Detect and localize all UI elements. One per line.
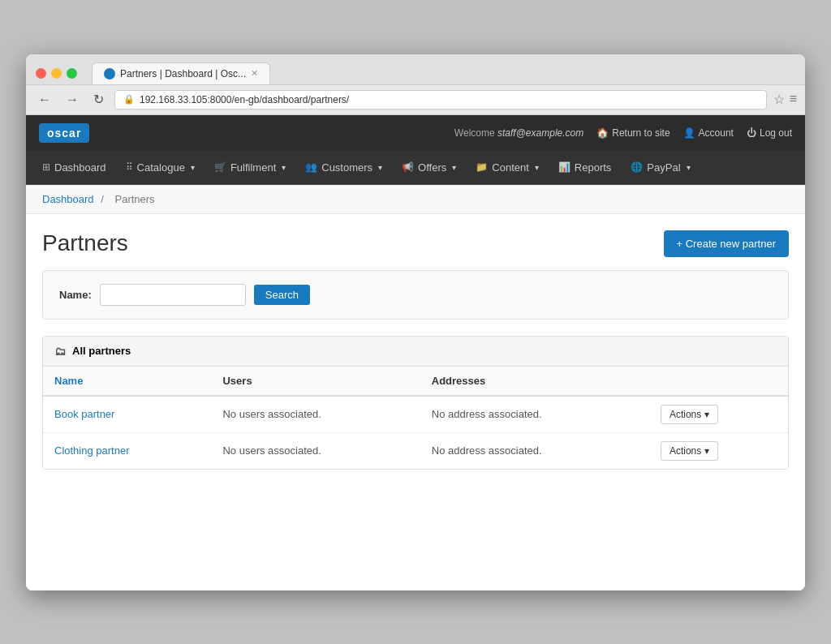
partners-table-panel: 🗂 All partners Name Users Addresses bbox=[42, 336, 789, 470]
search-name-label: Name: bbox=[59, 289, 92, 301]
nav-item-reports[interactable]: 📊 Reports bbox=[549, 150, 622, 184]
partner-actions-cell-1: Actions ▾ bbox=[649, 396, 788, 433]
partner-link-book[interactable]: Book partner bbox=[54, 408, 114, 420]
main-nav: ⊞ Dashboard ⠿ Catalogue ▾ 🛒 Fulfilment ▾… bbox=[26, 151, 805, 185]
forward-button[interactable]: → bbox=[62, 91, 83, 109]
partners-table: Name Users Addresses Book partner No use… bbox=[43, 367, 788, 469]
nav-label-catalogue: Catalogue bbox=[137, 161, 185, 174]
address-bar[interactable]: 🔒 192.168.33.105:8000/en-gb/dashboard/pa… bbox=[114, 90, 767, 109]
address-text: 192.168.33.105:8000/en-gb/dashboard/part… bbox=[140, 94, 349, 105]
table-row: Clothing partner No users associated. No… bbox=[43, 432, 788, 469]
offers-icon: 📢 bbox=[402, 161, 414, 173]
nav-item-customers[interactable]: 👥 Customers ▾ bbox=[295, 150, 392, 184]
nav-item-content[interactable]: 📁 Content ▾ bbox=[466, 150, 549, 184]
actions-button-1[interactable]: Actions ▾ bbox=[661, 405, 718, 424]
minimize-button[interactable] bbox=[51, 68, 62, 79]
browser-toolbar: ← → ↻ 🔒 192.168.33.105:8000/en-gb/dashbo… bbox=[26, 85, 805, 115]
breadcrumb-home-link[interactable]: Dashboard bbox=[42, 193, 94, 205]
return-to-site-link[interactable]: 🏠 Return to site bbox=[596, 127, 670, 139]
partner-users-cell-2: No users associated. bbox=[211, 432, 420, 469]
nav-label-fulfilment: Fulfilment bbox=[230, 161, 276, 174]
nav-label-customers: Customers bbox=[321, 161, 372, 174]
breadcrumb-current: Partners bbox=[114, 193, 154, 205]
offers-caret-icon: ▾ bbox=[452, 163, 456, 172]
maximize-button[interactable] bbox=[67, 68, 77, 79]
toolbar-icons: ☆ ≡ bbox=[773, 92, 797, 107]
fulfilment-icon: 🛒 bbox=[214, 161, 226, 173]
reports-icon: 📊 bbox=[558, 161, 571, 173]
logout-label: Log out bbox=[760, 127, 792, 139]
menu-icon[interactable]: ≡ bbox=[790, 92, 797, 107]
nav-item-offers[interactable]: 📢 Offers ▾ bbox=[392, 150, 466, 184]
tab-favicon bbox=[104, 68, 115, 79]
account-link[interactable]: 👤 Account bbox=[683, 127, 734, 139]
logout-link[interactable]: ⏻ Log out bbox=[747, 127, 792, 139]
logout-icon: ⏻ bbox=[747, 127, 756, 139]
home-icon: 🏠 bbox=[596, 127, 609, 139]
top-bar: oscar Welcome staff@example.com 🏠 Return… bbox=[26, 115, 805, 151]
table-thead: Name Users Addresses bbox=[43, 367, 788, 396]
col-header-users: Users bbox=[211, 367, 420, 396]
actions-caret-icon-2: ▾ bbox=[704, 445, 709, 457]
browser-tab-active[interactable]: Partners | Dashboard | Osc... ✕ bbox=[92, 62, 270, 84]
fulfilment-caret-icon: ▾ bbox=[282, 163, 286, 172]
content-area: Dashboard / Partners Partners + Create n… bbox=[26, 185, 805, 590]
welcome-label: Welcome bbox=[454, 127, 495, 139]
bookmark-icon[interactable]: ☆ bbox=[773, 92, 785, 107]
browser-window: Partners | Dashboard | Osc... ✕ ← → ↻ 🔒 … bbox=[26, 54, 805, 590]
partner-link-clothing[interactable]: Clothing partner bbox=[54, 444, 130, 457]
table-row: Book partner No users associated. No add… bbox=[43, 396, 788, 433]
user-email: staff@example.com bbox=[497, 127, 583, 139]
address-lock-icon: 🔒 bbox=[123, 94, 135, 105]
actions-button-2[interactable]: Actions ▾ bbox=[661, 441, 718, 461]
search-panel: Name: Search bbox=[42, 270, 789, 320]
return-to-site-label: Return to site bbox=[612, 127, 670, 139]
browser-titlebar: Partners | Dashboard | Osc... ✕ bbox=[26, 54, 805, 85]
nav-label-content: Content bbox=[492, 161, 529, 174]
partner-name-cell: Book partner bbox=[43, 396, 211, 433]
content-icon: 📁 bbox=[476, 161, 488, 173]
create-partner-button[interactable]: + Create new partner bbox=[664, 230, 789, 257]
nav-label-reports: Reports bbox=[575, 161, 612, 174]
search-button[interactable]: Search bbox=[254, 285, 310, 305]
back-button[interactable]: ← bbox=[34, 91, 55, 109]
nav-item-fulfilment[interactable]: 🛒 Fulfilment ▾ bbox=[205, 150, 295, 184]
page-header: Partners + Create new partner bbox=[26, 214, 805, 270]
paypal-caret-icon: ▾ bbox=[687, 163, 691, 172]
nav-item-dashboard[interactable]: ⊞ Dashboard bbox=[32, 150, 116, 184]
partner-actions-cell-2: Actions ▾ bbox=[649, 432, 788, 469]
nav-item-catalogue[interactable]: ⠿ Catalogue ▾ bbox=[116, 150, 205, 184]
table-tbody: Book partner No users associated. No add… bbox=[43, 396, 788, 469]
search-row: Name: Search bbox=[59, 284, 772, 306]
table-header-title: All partners bbox=[72, 345, 131, 357]
col-header-name: Name bbox=[43, 367, 211, 396]
customers-caret-icon: ▾ bbox=[378, 163, 382, 172]
page-title: Partners bbox=[42, 230, 128, 256]
tab-close-icon[interactable]: ✕ bbox=[251, 68, 258, 79]
content-caret-icon: ▾ bbox=[535, 163, 539, 172]
catalogue-icon: ⠿ bbox=[126, 161, 133, 173]
breadcrumb-separator: / bbox=[101, 193, 104, 205]
tab-title: Partners | Dashboard | Osc... bbox=[120, 68, 246, 79]
oscar-logo[interactable]: oscar bbox=[39, 123, 89, 143]
nav-label-dashboard: Dashboard bbox=[54, 161, 106, 174]
nav-label-offers: Offers bbox=[418, 161, 446, 174]
actions-caret-icon-1: ▾ bbox=[704, 409, 709, 420]
partner-name-cell-2: Clothing partner bbox=[43, 432, 211, 469]
breadcrumb: Dashboard / Partners bbox=[26, 185, 805, 214]
actions-label-2: Actions bbox=[670, 445, 701, 457]
nav-label-paypal: PayPal bbox=[647, 161, 680, 174]
search-input[interactable] bbox=[100, 284, 246, 306]
paypal-icon: 🌐 bbox=[631, 161, 643, 173]
partner-addresses-cell-2: No address associated. bbox=[420, 432, 649, 469]
account-label: Account bbox=[699, 127, 734, 139]
table-header-row: Name Users Addresses bbox=[43, 367, 788, 396]
reload-button[interactable]: ↻ bbox=[89, 90, 108, 109]
nav-item-paypal[interactable]: 🌐 PayPal ▾ bbox=[621, 150, 700, 184]
app-container: oscar Welcome staff@example.com 🏠 Return… bbox=[26, 115, 805, 590]
close-button[interactable] bbox=[36, 68, 46, 79]
customers-icon: 👥 bbox=[305, 161, 317, 173]
browser-tabs: Partners | Dashboard | Osc... ✕ bbox=[92, 62, 270, 84]
col-header-addresses: Addresses bbox=[420, 367, 649, 396]
table-header-icon: 🗂 bbox=[54, 345, 66, 358]
